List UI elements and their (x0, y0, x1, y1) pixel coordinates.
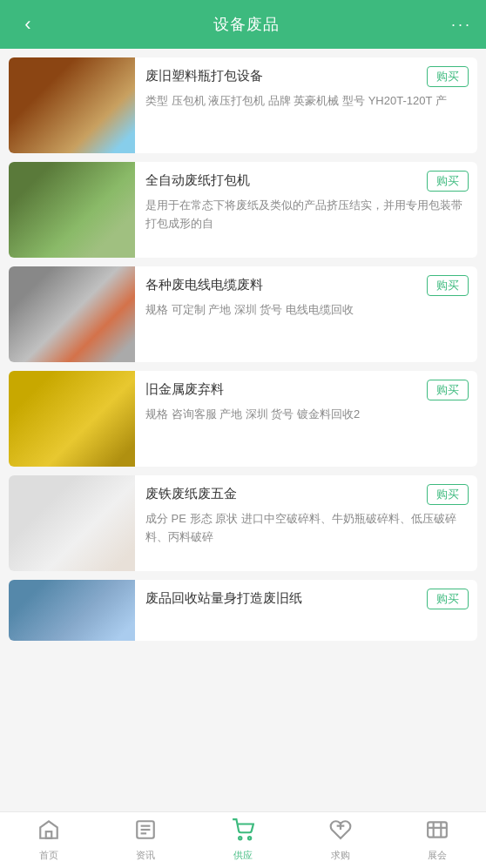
nav-item-demand[interactable]: 求购 (292, 812, 389, 868)
nav-label: 供应 (233, 849, 253, 862)
buy-button[interactable]: 购买 (427, 171, 469, 192)
home-icon (37, 818, 60, 846)
product-card: 旧金属废弃料 购买 规格 咨询客服 产地 深圳 货号 镀金料回收2 (9, 371, 477, 467)
product-title-row: 旧金属废弃料 购买 (145, 380, 469, 400)
exhibition-icon (426, 818, 449, 846)
svg-point-5 (239, 837, 241, 839)
product-info: 各种废电线电缆废料 购买 规格 可定制 产地 深圳 货号 电线电缆回收 (135, 266, 477, 362)
nav-label: 资讯 (136, 849, 155, 862)
product-title-row: 废品回收站量身打造废旧纸 购买 (145, 589, 469, 609)
product-description: 规格 可定制 产地 深圳 货号 电线电缆回收 (145, 301, 469, 320)
page-title: 设备废品 (213, 14, 280, 35)
buy-button[interactable]: 购买 (427, 589, 469, 609)
product-title-row: 全自动废纸打包机 购买 (145, 171, 469, 192)
product-description: 类型 压包机 液压打包机 品牌 英豪机械 型号 YH20T-120T 产 (145, 92, 469, 111)
product-title-row: 废铁废纸废五金 购买 (145, 484, 469, 505)
product-card: 废旧塑料瓶打包设备 购买 类型 压包机 液压打包机 品牌 英豪机械 型号 YH2… (9, 57, 477, 153)
nav-label: 展会 (428, 849, 447, 862)
product-image (9, 162, 135, 258)
product-image (9, 475, 135, 571)
buy-button[interactable]: 购买 (427, 66, 469, 87)
product-description: 是用于在常态下将废纸及类似的产品挤压结实，并用专用包装带打包成形的自 (145, 197, 469, 233)
product-description: 成分 PE 形态 原状 进口中空破碎料、牛奶瓶破碎料、低压破碎料、丙料破碎 (145, 510, 469, 547)
nav-item-home[interactable]: 首页 (0, 812, 98, 868)
product-card: 全自动废纸打包机 购买 是用于在常态下将废纸及类似的产品挤压结实，并用专用包装带… (9, 162, 477, 258)
product-card: 废铁废纸废五金 购买 成分 PE 形态 原状 进口中空破碎料、牛奶瓶破碎料、低压… (9, 475, 477, 571)
product-info: 废铁废纸废五金 购买 成分 PE 形态 原状 进口中空破碎料、牛奶瓶破碎料、低压… (135, 475, 477, 571)
more-button[interactable]: ··· (451, 16, 472, 34)
bottom-navigation: 首页资讯供应求购展会 (0, 811, 486, 868)
svg-rect-0 (46, 831, 52, 838)
supply-icon (232, 818, 254, 846)
product-image (9, 580, 135, 641)
product-info: 旧金属废弃料 购买 规格 咨询客服 产地 深圳 货号 镀金料回收2 (135, 371, 477, 467)
back-button[interactable]: ‹ (14, 13, 42, 36)
product-image (9, 371, 135, 467)
product-title: 各种废电线电缆废料 (145, 275, 420, 293)
product-info: 废旧塑料瓶打包设备 购买 类型 压包机 液压打包机 品牌 英豪机械 型号 YH2… (135, 57, 477, 153)
product-title: 旧金属废弃料 (145, 380, 420, 398)
nav-label: 求购 (331, 849, 350, 862)
nav-item-exhibition[interactable]: 展会 (388, 812, 486, 868)
product-title: 废品回收站量身打造废旧纸 (145, 589, 420, 607)
demand-icon (329, 818, 352, 846)
product-card: 各种废电线电缆废料 购买 规格 可定制 产地 深圳 货号 电线电缆回收 (9, 266, 477, 362)
buy-button[interactable]: 购买 (427, 380, 469, 400)
product-title: 全自动废纸打包机 (145, 171, 420, 189)
product-title-row: 各种废电线电缆废料 购买 (145, 275, 469, 296)
nav-item-supply[interactable]: 供应 (194, 812, 292, 868)
buy-button[interactable]: 购买 (427, 275, 469, 296)
product-card: 废品回收站量身打造废旧纸 购买 (9, 580, 477, 641)
buy-button[interactable]: 购买 (427, 484, 469, 505)
product-description: 规格 咨询客服 产地 深圳 货号 镀金料回收2 (145, 406, 469, 424)
nav-item-news[interactable]: 资讯 (98, 812, 195, 868)
header: ‹ 设备废品 ··· (0, 0, 486, 49)
product-info: 废品回收站量身打造废旧纸 购买 (135, 580, 477, 641)
nav-label: 首页 (39, 849, 58, 862)
product-title: 废铁废纸废五金 (145, 484, 420, 502)
news-icon (134, 818, 157, 846)
svg-point-6 (248, 837, 251, 839)
product-image (9, 266, 135, 362)
product-title-row: 废旧塑料瓶打包设备 购买 (145, 66, 469, 87)
product-image (9, 57, 135, 153)
product-list: 废旧塑料瓶打包设备 购买 类型 压包机 液压打包机 品牌 英豪机械 型号 YH2… (0, 49, 486, 811)
svg-rect-7 (428, 822, 447, 837)
product-title: 废旧塑料瓶打包设备 (145, 66, 420, 84)
product-info: 全自动废纸打包机 购买 是用于在常态下将废纸及类似的产品挤压结实，并用专用包装带… (135, 162, 477, 258)
